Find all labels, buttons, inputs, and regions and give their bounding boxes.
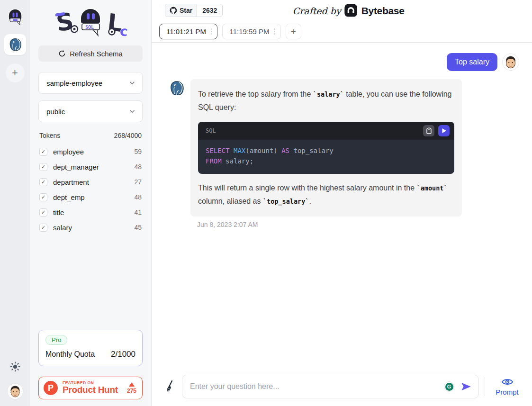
clipboard-icon [426,127,432,134]
quota-value: 2/1000 [111,350,135,359]
assistant-message-column: To retrieve the top salary from the `sal… [190,79,462,228]
eye-icon [501,377,514,387]
prompt-label: Prompt [496,388,518,396]
schema-select[interactable]: public [38,100,143,122]
prompt-button[interactable]: Prompt [485,377,524,396]
product-hunt-logo-icon: P [44,381,58,395]
table-token-count: 48 [134,193,142,201]
left-rail: + [0,0,30,406]
tokens-label: Tokens [39,132,60,139]
quota-label: Monthly Quota [45,350,95,359]
table-token-count: 41 [134,208,142,216]
new-conversation-button[interactable]: + [286,24,301,39]
table-token-count: 59 [134,148,142,155]
postgresql-icon [8,37,22,52]
tab-conversation-2[interactable]: 11:19:59 PM [222,24,280,39]
tokens-value: 268/4000 [114,132,142,139]
sidebar: S SQL L c [30,0,152,406]
bytebase-logo-icon [345,4,358,17]
table-row: ✓ employee 59 [38,144,143,159]
refresh-icon [58,50,66,57]
play-icon [442,128,447,134]
sql-chat-logo: S SQL L c [38,4,143,44]
code-block-header: SQL [198,122,454,140]
refresh-schema-button[interactable]: Refresh Schema [38,45,143,62]
theme-toggle-sun-icon[interactable] [10,361,20,374]
tokens-row: Tokens 268/4000 [39,132,142,139]
github-icon [170,7,177,14]
table-row: ✓ title 41 [38,205,143,220]
schema-select-value: public [46,108,65,116]
sql-chat-bot-icon[interactable] [6,8,24,27]
user-avatar[interactable] [7,383,23,399]
composer-bar: G Prompt [152,369,532,406]
user-message-row: Top salary [169,53,519,71]
postgresql-connection-tab[interactable] [4,34,26,55]
table-checkbox[interactable]: ✓ [39,193,47,201]
clear-conversation-broom-icon[interactable] [165,379,176,394]
chevron-down-icon [129,108,135,115]
main-panel: Star 2632 Crafted by Bytebase 11:01:21 P… [152,0,532,406]
database-select[interactable]: sample-employee [38,72,143,94]
inline-code: `salary` [313,90,344,98]
conversation-tabs: 11:01:21 PM 11:19:59 PM + [152,21,532,43]
user-avatar [502,54,519,71]
topbar: Star 2632 Crafted by Bytebase [152,0,532,21]
product-hunt-votes: 275 [127,382,136,394]
product-hunt-badge[interactable]: P FEATURED ON Product Hunt 275 [38,377,143,399]
inline-code: `top_salary` [263,198,309,205]
app: + [0,0,532,406]
github-star-left: Star [165,4,197,17]
inline-code: `amount` [417,184,448,192]
table-checkbox[interactable]: ✓ [39,148,47,156]
table-checkbox[interactable]: ✓ [39,208,47,217]
table-row: ✓ salary 45 [38,220,143,235]
upvote-triangle-icon [129,382,135,387]
send-plane-icon [460,380,472,393]
tab-conversation-1[interactable]: 11:01:21 PM [159,24,217,39]
assistant-paragraph: To retrieve the top salary from the `sal… [198,88,454,114]
plus-icon: + [291,27,296,37]
add-connection-button[interactable]: + [6,63,25,82]
table-name: dept_emp [53,193,85,201]
user-message-bubble: Top salary [447,53,497,71]
pro-badge: Pro [45,335,67,345]
refresh-schema-label: Refresh Schema [70,50,123,58]
table-token-count: 48 [134,163,142,171]
brand-name: Bytebase [361,5,405,16]
quota-row: Monthly Quota 2/1000 [45,350,135,359]
question-input[interactable] [182,375,479,398]
assistant-message-row: To retrieve the top salary from the `sal… [169,79,519,228]
code-line: SELECT MAX(amount) AS top_salary [206,146,447,156]
table-name: dept_manager [53,163,99,171]
sql-code-block: SQL [198,122,454,174]
sidebar-spacer [38,235,143,330]
svg-text:c: c [119,23,129,39]
crafted-by-label: Crafted by [293,5,341,16]
code-actions [423,125,450,136]
question-input-wrap: G [182,375,479,398]
tab-menu-icon[interactable] [273,27,276,36]
send-button[interactable] [460,380,472,394]
chat-area: Top salary [152,43,532,406]
github-star-button[interactable]: Star 2632 [165,4,223,17]
code-line: FROM salary; [206,156,447,167]
star-label: Star [180,7,192,14]
table-checkbox[interactable]: ✓ [39,224,47,232]
message-timestamp: Jun 8, 2023 2:07 AM [197,221,462,228]
message-list: Top salary [152,43,532,369]
tab-label: 11:01:21 PM [166,27,206,36]
table-token-count: 45 [134,224,142,231]
table-checkbox[interactable]: ✓ [39,163,47,171]
tab-menu-icon[interactable] [210,27,213,36]
copy-code-button[interactable] [423,125,434,136]
crafted-by-brand[interactable]: Crafted by Bytebase [293,4,405,17]
table-checkbox[interactable]: ✓ [39,178,47,186]
quota-card: Pro Monthly Quota 2/1000 [38,330,143,366]
table-token-count: 27 [134,178,142,186]
product-hunt-name: Product Hunt [63,385,118,395]
grammarly-icon[interactable]: G [444,381,454,392]
run-query-button[interactable] [438,125,450,136]
table-name: salary [53,224,72,232]
code-body: SELECT MAX(amount) AS top_salary FROM sa… [198,140,454,174]
